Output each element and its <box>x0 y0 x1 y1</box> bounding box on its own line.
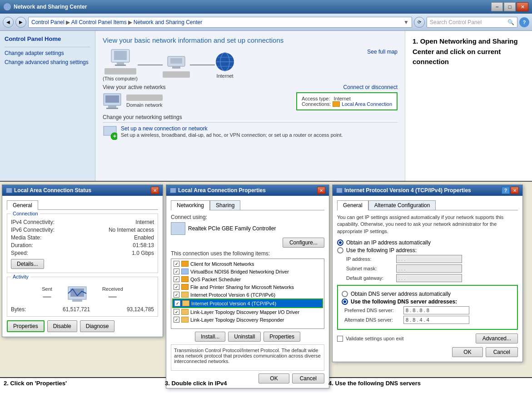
props-properties-btn[interactable]: Properties <box>264 332 300 342</box>
computer-icon <box>110 49 130 67</box>
forward-btn[interactable]: ▶ <box>15 17 26 28</box>
list-item-ipv6[interactable]: ✓ Internet Protocol Version 6 (TCP/IPv6) <box>172 291 323 298</box>
ipv4-close[interactable]: ✕ <box>511 187 519 194</box>
search-icon[interactable]: 🔍 <box>507 19 514 25</box>
ipv4-dialog: Internet Protocol Version 4 (TCP/IPv4) P… <box>332 184 523 362</box>
connect-disconnect-link[interactable]: Connect or disconnect <box>343 84 398 90</box>
sent-label: Sent <box>42 286 52 292</box>
default-gateway-label: Default gateway: <box>346 275 396 281</box>
list-item-qos[interactable]: ✓ QoS Packet Scheduler <box>172 275 323 283</box>
duration-value: 01:58:13 <box>133 242 154 249</box>
description-text: Transmission Control Protocol/Internet P… <box>174 348 321 364</box>
list-item-file-sharing[interactable]: ✓ File and Printer Sharing for Microsoft… <box>172 283 323 291</box>
search-box[interactable]: Search Control Panel 🔍 <box>427 17 517 28</box>
props-close[interactable]: ✕ <box>317 187 325 194</box>
restore-btn[interactable]: □ <box>504 2 516 11</box>
sidebar-advanced-sharing[interactable]: Change advanced sharing settings <box>5 59 90 65</box>
alternate-dns-input[interactable]: 8 . 8 . 4 . 4 <box>403 316 469 324</box>
obtain-ip-label: Obtain an IP address automatically <box>346 239 431 246</box>
ipv4-value: Internet <box>135 219 154 225</box>
props-title-icon <box>170 188 176 193</box>
tab-sharing[interactable]: Sharing <box>210 200 240 210</box>
setup-connection-link[interactable]: Set up a new connection or network <box>121 125 343 132</box>
sidebar-adapter-settings[interactable]: Change adapter settings <box>5 50 90 56</box>
list-item-ipv4[interactable]: ✓ Internet Protocol Version 4 (TCP/IPv4) <box>172 298 323 308</box>
step3-label: 3. Double click in IPv4 <box>161 378 325 388</box>
default-gateway-input[interactable]: . . . <box>396 274 462 282</box>
ipv4-description: You can get IP settings assigned automat… <box>337 214 518 235</box>
step2-label: 2. Click on 'Properties' <box>0 378 161 388</box>
validate-checkbox[interactable] <box>337 336 343 342</box>
list-item-lltd-mapper[interactable]: ✓ Link-Layer Topology Discovery Mapper I… <box>172 308 323 316</box>
network-center-icon <box>4 3 11 10</box>
line1 <box>138 65 163 65</box>
ip-address-input[interactable]: . . . <box>396 255 462 263</box>
bytes-sent: 61,517,721 <box>63 306 90 313</box>
details-btn[interactable]: Details... <box>11 259 44 269</box>
list-item-client[interactable]: ✓ Client for Microsoft Networks <box>172 260 323 268</box>
ipv4-ok-btn[interactable]: OK <box>452 347 482 357</box>
alternate-dns-label: Alternate DNS server: <box>344 317 403 323</box>
content-title: View your basic network information and … <box>103 36 398 44</box>
minimize-btn[interactable]: − <box>491 2 503 11</box>
tab-ipv4-general[interactable]: General <box>337 200 368 210</box>
obtain-dns-radio[interactable] <box>342 291 348 297</box>
access-type-value: Internet <box>333 96 350 101</box>
network-activity-icon <box>66 284 89 303</box>
ipv4-title-icon <box>336 188 343 193</box>
use-dns-label: Use the following DNS server addresses: <box>351 298 457 305</box>
refresh-btn[interactable]: ⟳ <box>414 17 425 28</box>
line2 <box>190 65 215 65</box>
see-full-map-link[interactable]: See full map <box>367 49 398 55</box>
use-dns-radio[interactable] <box>342 298 348 305</box>
breadcrumb-current: Network and Sharing Center <box>134 19 202 25</box>
advanced-btn[interactable]: Advanced... <box>476 333 518 343</box>
svg-rect-21 <box>72 299 82 302</box>
speed-value: 1.0 Gbps <box>132 250 154 256</box>
obtain-ip-radio[interactable] <box>337 239 343 246</box>
configure-btn[interactable]: Configure... <box>283 238 324 248</box>
preferred-dns-label: Preferred DNS server: <box>344 308 403 313</box>
breadcrumb-text: Control Panel <box>31 19 65 25</box>
diagnose-btn[interactable]: Diagnose <box>80 320 115 332</box>
conn-status-close[interactable]: ✕ <box>151 187 159 194</box>
list-item-virtualbox[interactable]: ✓ VirtualBox NDIS6 Bridged Networking Dr… <box>172 268 323 275</box>
list-item-lltd-responder[interactable]: ✓ Link-Layer Topology Discovery Responde… <box>172 316 323 323</box>
ipv4-cancel-btn[interactable]: Cancel <box>486 347 518 357</box>
local-area-connection-link[interactable]: Local Area Connection <box>342 101 392 107</box>
domain-network-label: Domain network <box>126 102 162 108</box>
back-btn[interactable]: ◀ <box>3 17 14 28</box>
subnet-mask-input[interactable]: . . . <box>396 264 462 273</box>
adapter-icon <box>171 222 185 235</box>
conn-status-dialog: Local Area Connection Status ✕ General C… <box>2 184 163 337</box>
duration-label: Duration: <box>11 242 33 249</box>
svg-rect-13 <box>105 95 119 103</box>
use-ip-radio[interactable] <box>337 247 343 254</box>
preferred-dns-input[interactable]: 8 . 8 . 8 . 8 <box>403 306 469 314</box>
media-value: Enabled <box>134 234 154 241</box>
ipv4-title: Internet Protocol Version 4 (TCP/IPv4) P… <box>344 187 471 194</box>
instruction-panel: 1. Open Networking and Sharing Center an… <box>405 31 532 181</box>
bytes-label: Bytes: <box>11 306 26 313</box>
ipv6-label: IPv6 Connectivity: <box>11 227 55 233</box>
svg-rect-5 <box>170 58 182 64</box>
tab-networking[interactable]: Networking <box>171 200 210 210</box>
conn-icon <box>333 101 340 107</box>
adapter-name: Realtek PCIe GBE Family Controller <box>188 225 324 232</box>
svg-rect-3 <box>115 65 126 66</box>
tab-ipv4-alternate[interactable]: Alternate Configuration <box>368 200 436 210</box>
sidebar-home-link[interactable]: Control Panel Home <box>5 35 90 42</box>
obtain-dns-label: Obtain DNS server address automatically <box>351 291 451 297</box>
svg-text:+: + <box>113 133 116 139</box>
connections-label: Connections: <box>302 101 331 107</box>
install-btn[interactable]: Install... <box>195 332 225 342</box>
uninstall-btn[interactable]: Uninstall <box>228 332 261 342</box>
close-btn[interactable]: ✕ <box>517 2 528 11</box>
properties-btn[interactable]: Properties <box>7 320 45 332</box>
ipv4-help-btn[interactable]: ? <box>502 187 510 194</box>
ip-address-label: IP address: <box>346 256 396 262</box>
disable-btn[interactable]: Disable <box>47 320 77 332</box>
help-icon[interactable]: ? <box>519 17 529 27</box>
svg-rect-14 <box>108 105 116 108</box>
tab-general[interactable]: General <box>7 200 38 210</box>
